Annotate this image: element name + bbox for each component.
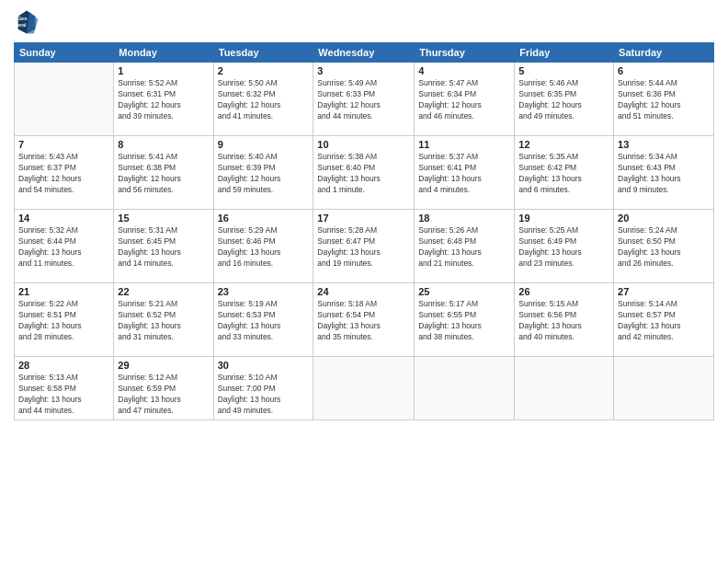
weekday-header-thursday: Thursday <box>415 43 515 63</box>
week-row-3: 14Sunrise: 5:32 AM Sunset: 6:44 PM Dayli… <box>15 210 714 283</box>
calendar-cell: 23Sunrise: 5:19 AM Sunset: 6:53 PM Dayli… <box>213 283 313 357</box>
day-info: Sunrise: 5:32 AM Sunset: 6:44 PM Dayligh… <box>18 225 109 270</box>
calendar-cell: 7Sunrise: 5:43 AM Sunset: 6:37 PM Daylig… <box>15 136 114 210</box>
day-info: Sunrise: 5:15 AM Sunset: 6:56 PM Dayligh… <box>518 299 609 343</box>
day-info: Sunrise: 5:12 AM Sunset: 6:59 PM Dayligh… <box>118 373 209 417</box>
weekday-header-saturday: Saturday <box>614 43 714 63</box>
calendar-cell: 6Sunrise: 5:44 AM Sunset: 6:36 PM Daylig… <box>614 63 714 136</box>
calendar-cell: 3Sunrise: 5:49 AM Sunset: 6:33 PM Daylig… <box>313 63 415 136</box>
day-number: 3 <box>317 65 410 76</box>
page: Gen eral SundayMondayTuesdayWednesdayThu… <box>0 0 728 563</box>
day-number: 25 <box>418 286 510 297</box>
day-info: Sunrise: 5:14 AM Sunset: 6:57 PM Dayligh… <box>618 299 710 343</box>
calendar-cell <box>614 357 714 420</box>
svg-text:Gen: Gen <box>17 16 28 21</box>
day-number: 15 <box>118 213 209 224</box>
calendar-cell: 2Sunrise: 5:50 AM Sunset: 6:32 PM Daylig… <box>213 63 313 136</box>
calendar-cell: 9Sunrise: 5:40 AM Sunset: 6:39 PM Daylig… <box>213 136 313 210</box>
day-info: Sunrise: 5:31 AM Sunset: 6:45 PM Dayligh… <box>118 225 209 270</box>
day-number: 20 <box>618 213 710 224</box>
day-number: 14 <box>18 213 109 224</box>
calendar-cell <box>515 357 614 420</box>
calendar-cell <box>15 63 114 136</box>
calendar-cell <box>313 357 415 420</box>
weekday-header-sunday: Sunday <box>15 43 114 63</box>
day-info: Sunrise: 5:19 AM Sunset: 6:53 PM Dayligh… <box>218 299 310 343</box>
day-number: 17 <box>317 213 410 224</box>
day-number: 30 <box>218 360 310 371</box>
week-row-5: 28Sunrise: 5:13 AM Sunset: 6:58 PM Dayli… <box>15 357 714 420</box>
day-number: 22 <box>118 286 209 297</box>
day-number: 16 <box>218 213 310 224</box>
day-info: Sunrise: 5:22 AM Sunset: 6:51 PM Dayligh… <box>18 299 109 343</box>
weekday-header-row: SundayMondayTuesdayWednesdayThursdayFrid… <box>15 43 714 63</box>
day-number: 23 <box>218 286 310 297</box>
weekday-header-friday: Friday <box>515 43 614 63</box>
day-number: 13 <box>618 139 710 150</box>
day-number: 19 <box>518 213 609 224</box>
calendar-cell: 12Sunrise: 5:35 AM Sunset: 6:42 PM Dayli… <box>515 136 614 210</box>
day-number: 7 <box>18 139 109 150</box>
day-info: Sunrise: 5:10 AM Sunset: 7:00 PM Dayligh… <box>218 373 310 417</box>
day-info: Sunrise: 5:24 AM Sunset: 6:50 PM Dayligh… <box>618 225 710 270</box>
day-number: 28 <box>18 360 109 371</box>
weekday-header-wednesday: Wednesday <box>313 43 415 63</box>
calendar-cell: 4Sunrise: 5:47 AM Sunset: 6:34 PM Daylig… <box>415 63 515 136</box>
day-number: 2 <box>218 65 310 76</box>
day-number: 12 <box>518 139 609 150</box>
day-info: Sunrise: 5:46 AM Sunset: 6:35 PM Dayligh… <box>518 78 609 122</box>
day-number: 26 <box>518 286 609 297</box>
calendar-cell: 10Sunrise: 5:38 AM Sunset: 6:40 PM Dayli… <box>313 136 415 210</box>
day-info: Sunrise: 5:49 AM Sunset: 6:33 PM Dayligh… <box>317 78 410 122</box>
day-info: Sunrise: 5:21 AM Sunset: 6:52 PM Dayligh… <box>118 299 209 343</box>
calendar-cell: 24Sunrise: 5:18 AM Sunset: 6:54 PM Dayli… <box>313 283 415 357</box>
day-info: Sunrise: 5:29 AM Sunset: 6:46 PM Dayligh… <box>218 225 310 270</box>
calendar-cell <box>415 357 515 420</box>
day-info: Sunrise: 5:34 AM Sunset: 6:43 PM Dayligh… <box>618 152 710 196</box>
day-number: 24 <box>317 286 410 297</box>
day-number: 29 <box>118 360 209 371</box>
calendar-cell: 20Sunrise: 5:24 AM Sunset: 6:50 PM Dayli… <box>614 210 714 283</box>
day-number: 1 <box>118 65 209 76</box>
day-info: Sunrise: 5:28 AM Sunset: 6:47 PM Dayligh… <box>317 225 410 270</box>
calendar-cell: 13Sunrise: 5:34 AM Sunset: 6:43 PM Dayli… <box>614 136 714 210</box>
day-info: Sunrise: 5:41 AM Sunset: 6:38 PM Dayligh… <box>118 152 209 196</box>
calendar-cell: 8Sunrise: 5:41 AM Sunset: 6:38 PM Daylig… <box>114 136 213 210</box>
day-info: Sunrise: 5:52 AM Sunset: 6:31 PM Dayligh… <box>118 78 209 122</box>
day-number: 5 <box>518 65 609 76</box>
weekday-header-monday: Monday <box>114 43 213 63</box>
day-info: Sunrise: 5:35 AM Sunset: 6:42 PM Dayligh… <box>518 152 609 196</box>
day-number: 27 <box>618 286 710 297</box>
day-info: Sunrise: 5:17 AM Sunset: 6:55 PM Dayligh… <box>418 299 510 343</box>
calendar: SundayMondayTuesdayWednesdayThursdayFrid… <box>14 42 714 420</box>
calendar-cell: 25Sunrise: 5:17 AM Sunset: 6:55 PM Dayli… <box>415 283 515 357</box>
week-row-1: 1Sunrise: 5:52 AM Sunset: 6:31 PM Daylig… <box>15 63 714 136</box>
week-row-4: 21Sunrise: 5:22 AM Sunset: 6:51 PM Dayli… <box>15 283 714 357</box>
day-info: Sunrise: 5:25 AM Sunset: 6:49 PM Dayligh… <box>518 225 609 270</box>
day-info: Sunrise: 5:44 AM Sunset: 6:36 PM Dayligh… <box>618 78 710 122</box>
day-info: Sunrise: 5:13 AM Sunset: 6:58 PM Dayligh… <box>18 373 109 417</box>
day-info: Sunrise: 5:38 AM Sunset: 6:40 PM Dayligh… <box>317 152 410 196</box>
calendar-cell: 17Sunrise: 5:28 AM Sunset: 6:47 PM Dayli… <box>313 210 415 283</box>
calendar-cell: 28Sunrise: 5:13 AM Sunset: 6:58 PM Dayli… <box>15 357 114 420</box>
day-number: 21 <box>18 286 109 297</box>
logo: Gen eral <box>14 9 43 35</box>
calendar-cell: 5Sunrise: 5:46 AM Sunset: 6:35 PM Daylig… <box>515 63 614 136</box>
day-number: 9 <box>218 139 310 150</box>
header: Gen eral <box>14 9 714 35</box>
day-info: Sunrise: 5:47 AM Sunset: 6:34 PM Dayligh… <box>418 78 510 122</box>
calendar-cell: 1Sunrise: 5:52 AM Sunset: 6:31 PM Daylig… <box>114 63 213 136</box>
day-info: Sunrise: 5:26 AM Sunset: 6:48 PM Dayligh… <box>418 225 510 270</box>
day-number: 6 <box>618 65 710 76</box>
day-number: 10 <box>317 139 410 150</box>
calendar-cell: 14Sunrise: 5:32 AM Sunset: 6:44 PM Dayli… <box>15 210 114 283</box>
day-info: Sunrise: 5:50 AM Sunset: 6:32 PM Dayligh… <box>218 78 310 122</box>
day-number: 11 <box>418 139 510 150</box>
week-row-2: 7Sunrise: 5:43 AM Sunset: 6:37 PM Daylig… <box>15 136 714 210</box>
calendar-cell: 29Sunrise: 5:12 AM Sunset: 6:59 PM Dayli… <box>114 357 213 420</box>
day-number: 8 <box>118 139 209 150</box>
day-number: 4 <box>418 65 510 76</box>
calendar-cell: 26Sunrise: 5:15 AM Sunset: 6:56 PM Dayli… <box>515 283 614 357</box>
calendar-cell: 11Sunrise: 5:37 AM Sunset: 6:41 PM Dayli… <box>415 136 515 210</box>
day-number: 18 <box>418 213 510 224</box>
